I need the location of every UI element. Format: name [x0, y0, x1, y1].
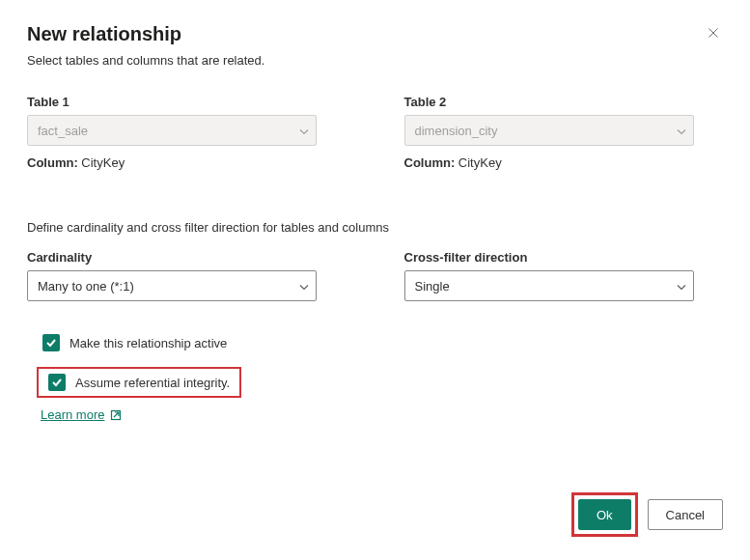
table1-column-line: Column: CityKey: [27, 155, 347, 170]
cardinality-select[interactable]: Many to one (*:1): [27, 270, 317, 301]
table2-select-value: dimension_city: [415, 124, 498, 138]
table1-select: fact_sale: [27, 115, 317, 146]
check-icon: [51, 377, 63, 388]
table1-label: Table 1: [27, 95, 347, 109]
table2-select: dimension_city: [404, 115, 694, 146]
close-icon: [708, 26, 719, 40]
cancel-button[interactable]: Cancel: [648, 499, 723, 530]
make-active-checkbox[interactable]: [42, 334, 60, 351]
ok-highlight: Ok: [571, 492, 638, 537]
cardinality-label: Cardinality: [27, 250, 347, 265]
table2-column-label: Column:: [404, 155, 456, 170]
learn-more-text: Learn more: [41, 407, 104, 422]
table1-select-value: fact_sale: [38, 124, 88, 138]
crossfilter-label: Cross-filter direction: [404, 250, 724, 265]
crossfilter-select[interactable]: Single: [404, 270, 694, 301]
referential-integrity-checkbox[interactable]: [48, 374, 66, 391]
make-active-label: Make this relationship active: [69, 336, 227, 350]
cardinality-select-value: Many to one (*:1): [38, 279, 134, 294]
section-description: Define cardinality and cross filter dire…: [27, 220, 723, 235]
referential-integrity-label: Assume referential integrity.: [75, 376, 230, 390]
table2-column-line: Column: CityKey: [404, 155, 724, 170]
referential-highlight: Assume referential integrity.: [37, 367, 241, 398]
learn-more-link[interactable]: Learn more: [41, 407, 122, 422]
table1-column-value: CityKey: [81, 155, 125, 170]
ok-button[interactable]: Ok: [578, 499, 631, 530]
dialog-subtitle: Select tables and columns that are relat…: [27, 53, 723, 68]
table2-label: Table 2: [404, 95, 724, 109]
check-icon: [45, 337, 57, 349]
table2-column-value: CityKey: [458, 155, 502, 170]
external-link-icon: [110, 409, 122, 421]
close-button[interactable]: [704, 23, 723, 42]
crossfilter-select-value: Single: [415, 279, 450, 294]
table1-column-label: Column:: [27, 155, 78, 170]
dialog-title: New relationship: [27, 23, 181, 45]
